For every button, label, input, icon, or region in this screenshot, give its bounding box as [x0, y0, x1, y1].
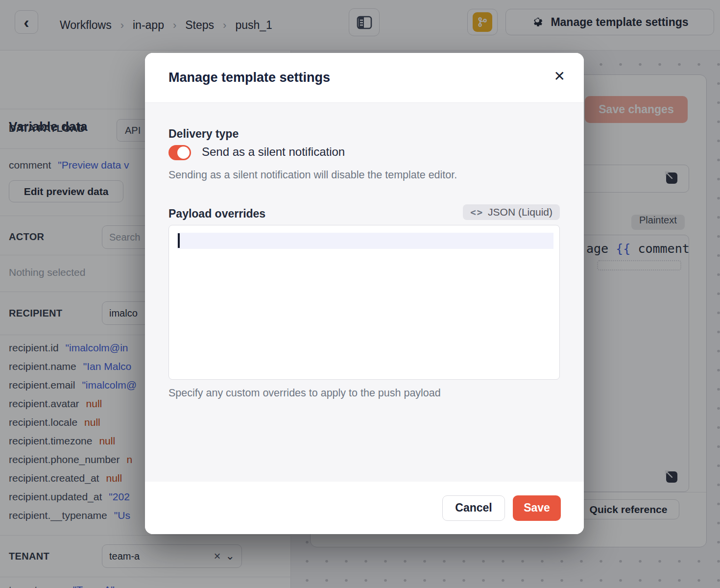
- delivery-helper-text: Sending as a silent notification will di…: [168, 169, 457, 181]
- dialog-title: Manage template settings: [168, 70, 330, 85]
- app-window: ‹ Workflows › in-app › Steps › push_1: [0, 0, 720, 588]
- toggle-knob: [177, 147, 190, 159]
- text-cursor: [178, 233, 180, 248]
- cancel-button[interactable]: Cancel: [442, 495, 505, 521]
- language-chip: <> JSON (Liquid): [463, 204, 560, 220]
- delivery-type-heading: Delivery type: [168, 127, 239, 141]
- manage-template-settings-dialog: Manage template settings ✕ Delivery type…: [145, 53, 584, 534]
- language-chip-label: JSON (Liquid): [488, 206, 552, 218]
- save-button[interactable]: Save: [513, 495, 561, 521]
- editor-active-line: [177, 233, 553, 249]
- payload-overrides-editor[interactable]: [168, 225, 560, 380]
- dialog-footer: Cancel Save: [145, 482, 584, 534]
- silent-notification-label: Send as a silent notification: [202, 145, 345, 159]
- payload-helper-text: Specify any custom overrides to apply to…: [168, 387, 441, 399]
- close-icon[interactable]: ✕: [554, 70, 565, 83]
- dialog-header: Manage template settings ✕: [145, 53, 584, 103]
- payload-overrides-heading: Payload overrides: [168, 207, 265, 220]
- silent-notification-toggle[interactable]: [168, 145, 191, 160]
- code-brackets-icon: <>: [470, 207, 483, 218]
